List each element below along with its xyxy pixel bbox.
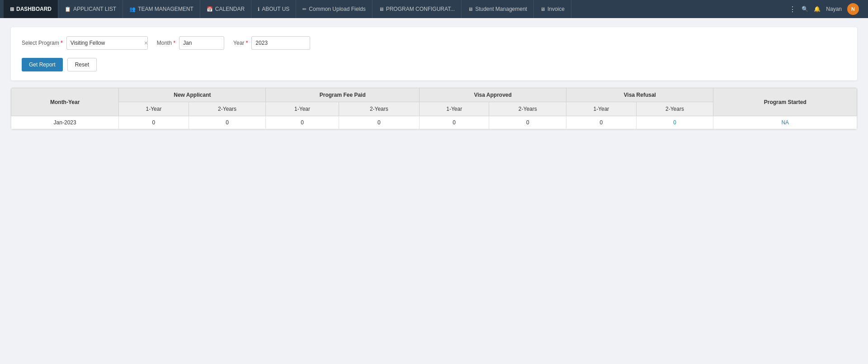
nav-label-program-config: PROGRAM CONFIGURAT... xyxy=(386,6,455,12)
more-icon[interactable]: ⋮ xyxy=(789,5,796,14)
year-input[interactable] xyxy=(252,37,310,49)
navbar: ⊞ DASHBOARD 📋 APPLICANT LIST 👥 TEAM MANA… xyxy=(0,0,868,18)
report-table: Month-Year New Applicant Program Fee Pai… xyxy=(11,88,857,129)
year-filter-group: Year * × ▾ xyxy=(233,36,310,50)
col-sub-fee-paid-2y: 2-Years xyxy=(339,102,419,116)
button-row: Get Report Reset xyxy=(22,58,846,71)
main-content: Select Program * × ▾ Month * × ▾ xyxy=(0,18,868,364)
nav-item-invoice[interactable]: 🖥 Invoice xyxy=(534,0,571,18)
invoice-icon: 🖥 xyxy=(540,6,545,12)
nav-label-student-management: Student Management xyxy=(475,6,527,12)
nav-label-applicant-list: APPLICANT LIST xyxy=(73,6,116,12)
avatar[interactable]: N xyxy=(847,3,859,15)
username-label: Nayan xyxy=(826,6,842,12)
col-header-visa-approved: Visa Approved xyxy=(420,88,566,102)
team-management-icon: 👥 xyxy=(129,6,136,12)
program-filter-group: Select Program * × ▾ xyxy=(22,36,148,50)
table-cell: 0 xyxy=(266,116,339,129)
col-header-visa-refusal: Visa Refusal xyxy=(566,88,713,102)
col-sub-fee-paid-1y: 1-Year xyxy=(266,102,339,116)
col-header-program-fee-paid: Program Fee Paid xyxy=(266,88,420,102)
search-icon[interactable]: 🔍 xyxy=(802,6,808,12)
month-label: Month * xyxy=(157,40,175,46)
common-upload-icon: ✏ xyxy=(302,6,307,12)
nav-label-common-upload: Common Upload Fields xyxy=(309,6,365,12)
month-filter-group: Month * × ▾ xyxy=(157,36,224,50)
month-select-wrapper[interactable]: × ▾ xyxy=(179,36,224,50)
nav-item-calendar[interactable]: 📅 CALENDAR xyxy=(200,0,251,18)
table-body: Jan-202300000000NA xyxy=(11,116,857,129)
program-config-icon: 🖥 xyxy=(379,6,384,12)
col-header-month-year: Month-Year xyxy=(11,88,119,116)
nav-item-about-us[interactable]: ℹ ABOUT US xyxy=(251,0,296,18)
reset-button[interactable]: Reset xyxy=(67,58,97,71)
col-sub-visa-approved-2y: 2-Years xyxy=(489,102,566,116)
year-label: Year * xyxy=(233,40,248,46)
col-sub-visa-approved-1y: 1-Year xyxy=(420,102,489,116)
table-cell: 0 xyxy=(420,116,489,129)
nav-item-team-management[interactable]: 👥 TEAM MANAGEMENT xyxy=(123,0,200,18)
program-label: Select Program * xyxy=(22,40,63,46)
get-report-button[interactable]: Get Report xyxy=(22,58,63,71)
program-input[interactable] xyxy=(67,37,142,49)
col-sub-new-applicant-1y: 1-Year xyxy=(119,102,189,116)
nav-label-dashboard: DASHBOARD xyxy=(16,6,52,12)
filter-row: Select Program * × ▾ Month * × ▾ xyxy=(22,36,846,50)
nav-item-common-upload[interactable]: ✏ Common Upload Fields xyxy=(296,0,372,18)
report-table-card: Month-Year New Applicant Program Fee Pai… xyxy=(11,88,857,129)
filter-card: Select Program * × ▾ Month * × ▾ xyxy=(11,27,857,80)
bell-icon[interactable]: 🔔 xyxy=(814,6,821,12)
nav-item-dashboard[interactable]: ⊞ DASHBOARD xyxy=(4,0,58,18)
table-cell: 0 xyxy=(189,116,266,129)
month-input[interactable] xyxy=(179,37,224,49)
col-sub-new-applicant-2y: 2-Years xyxy=(189,102,266,116)
table-row: Jan-202300000000NA xyxy=(11,116,857,129)
about-us-icon: ℹ xyxy=(258,6,259,12)
table-cell: 0 xyxy=(489,116,566,129)
student-management-icon: 🖥 xyxy=(468,6,473,12)
nav-label-about-us: ABOUT US xyxy=(262,6,289,12)
table-cell: Jan-2023 xyxy=(11,116,119,129)
col-sub-visa-refusal-2y: 2-Years xyxy=(636,102,713,116)
table-main-header-row: Month-Year New Applicant Program Fee Pai… xyxy=(11,88,857,102)
table-cell: 0 xyxy=(566,116,636,129)
nav-item-program-config[interactable]: 🖥 PROGRAM CONFIGURAT... xyxy=(373,0,462,18)
nav-label-calendar: CALENDAR xyxy=(215,6,245,12)
program-clear-icon[interactable]: × xyxy=(142,40,148,46)
table-cell: 0 xyxy=(119,116,189,129)
nav-right: ⋮ 🔍 🔔 Nayan N xyxy=(783,3,864,15)
dashboard-icon: ⊞ xyxy=(10,6,14,12)
nav-label-invoice: Invoice xyxy=(547,6,565,12)
table-cell: 0 xyxy=(339,116,419,129)
calendar-icon: 📅 xyxy=(207,6,213,12)
nav-label-team-management: TEAM MANAGEMENT xyxy=(138,6,193,12)
col-header-new-applicant: New Applicant xyxy=(119,88,266,102)
table-cell[interactable]: NA xyxy=(713,116,857,129)
nav-item-student-management[interactable]: 🖥 Student Management xyxy=(462,0,534,18)
table-cell[interactable]: 0 xyxy=(636,116,713,129)
program-select-wrapper[interactable]: × ▾ xyxy=(66,36,148,50)
nav-item-applicant-list[interactable]: 📋 APPLICANT LIST xyxy=(58,0,123,18)
col-sub-visa-refusal-1y: 1-Year xyxy=(566,102,636,116)
year-select-wrapper[interactable]: × ▾ xyxy=(251,36,310,50)
col-header-program-started: Program Started xyxy=(713,88,857,116)
applicant-list-icon: 📋 xyxy=(65,6,71,12)
